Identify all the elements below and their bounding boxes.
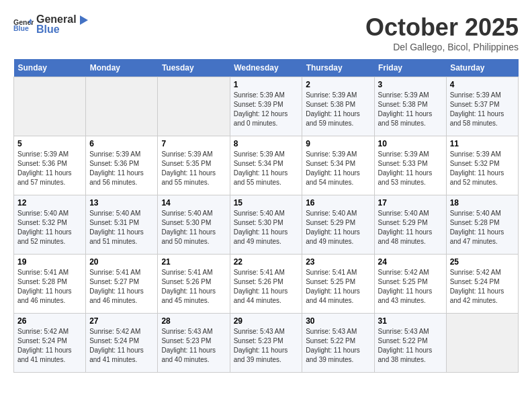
calendar-cell (14, 77, 86, 136)
day-number: 16 (306, 198, 370, 208)
day-number: 31 (378, 316, 443, 326)
title-area: October 2025 Del Gallego, Bicol, Philipp… (365, 13, 519, 52)
cell-details: Sunrise: 5:42 AMSunset: 5:25 PMDaylight:… (378, 268, 443, 306)
calendar-table: SundayMondayTuesdayWednesdayThursdayFrid… (13, 59, 519, 373)
logo-triangle-icon (77, 14, 89, 26)
day-number: 24 (378, 257, 443, 267)
cell-details: Sunrise: 5:39 AMSunset: 5:38 PMDaylight:… (378, 91, 443, 128)
calendar-cell: 9Sunrise: 5:39 AMSunset: 5:34 PMDaylight… (302, 136, 374, 195)
cell-details: Sunrise: 5:41 AMSunset: 5:26 PMDaylight:… (161, 268, 226, 306)
calendar-cell: 1Sunrise: 5:39 AMSunset: 5:39 PMDaylight… (230, 77, 302, 136)
cell-details: Sunrise: 5:40 AMSunset: 5:30 PMDaylight:… (161, 209, 226, 246)
day-number: 27 (89, 316, 154, 326)
cell-details: Sunrise: 5:40 AMSunset: 5:30 PMDaylight:… (234, 209, 299, 246)
day-number: 19 (17, 257, 82, 267)
day-number: 8 (234, 139, 299, 148)
calendar-cell (158, 77, 230, 136)
cell-details: Sunrise: 5:43 AMSunset: 5:23 PMDaylight:… (234, 327, 299, 365)
cell-details: Sunrise: 5:43 AMSunset: 5:22 PMDaylight:… (378, 327, 443, 365)
calendar-cell: 30Sunrise: 5:43 AMSunset: 5:22 PMDayligh… (302, 314, 374, 373)
day-number: 26 (17, 316, 82, 326)
cell-details: Sunrise: 5:39 AMSunset: 5:34 PMDaylight:… (306, 150, 370, 187)
month-title: October 2025 (365, 13, 519, 42)
calendar-cell: 15Sunrise: 5:40 AMSunset: 5:30 PMDayligh… (230, 195, 302, 255)
header-day-tuesday: Tuesday (158, 59, 230, 77)
cell-details: Sunrise: 5:42 AMSunset: 5:24 PMDaylight:… (17, 327, 82, 365)
cell-details: Sunrise: 5:39 AMSunset: 5:33 PMDaylight:… (378, 150, 443, 187)
day-number: 25 (450, 257, 515, 267)
calendar-cell: 3Sunrise: 5:39 AMSunset: 5:38 PMDaylight… (374, 77, 446, 136)
day-number: 6 (89, 139, 154, 148)
cell-details: Sunrise: 5:43 AMSunset: 5:23 PMDaylight:… (161, 327, 226, 365)
cell-details: Sunrise: 5:39 AMSunset: 5:38 PMDaylight:… (306, 91, 370, 128)
cell-details: Sunrise: 5:43 AMSunset: 5:22 PMDaylight:… (306, 327, 370, 365)
header-day-saturday: Saturday (446, 59, 518, 77)
cell-details: Sunrise: 5:42 AMSunset: 5:24 PMDaylight:… (89, 327, 154, 365)
day-number: 17 (378, 198, 443, 208)
calendar-cell: 4Sunrise: 5:39 AMSunset: 5:37 PMDaylight… (446, 77, 518, 136)
calendar-cell: 10Sunrise: 5:39 AMSunset: 5:33 PMDayligh… (374, 136, 446, 195)
location: Del Gallego, Bicol, Philippines (365, 42, 519, 52)
cell-details: Sunrise: 5:40 AMSunset: 5:31 PMDaylight:… (89, 209, 154, 246)
calendar-cell: 2Sunrise: 5:39 AMSunset: 5:38 PMDaylight… (302, 77, 374, 136)
calendar-cell: 25Sunrise: 5:42 AMSunset: 5:24 PMDayligh… (446, 255, 518, 314)
day-number: 5 (17, 139, 82, 148)
calendar-week-row: 12Sunrise: 5:40 AMSunset: 5:32 PMDayligh… (14, 195, 519, 255)
header-day-sunday: Sunday (14, 59, 86, 77)
day-number: 21 (161, 257, 226, 267)
calendar-body: 1Sunrise: 5:39 AMSunset: 5:39 PMDaylight… (14, 77, 519, 373)
day-number: 14 (161, 198, 226, 208)
day-number: 29 (234, 316, 299, 326)
cell-details: Sunrise: 5:39 AMSunset: 5:32 PMDaylight:… (450, 150, 515, 187)
day-number: 20 (89, 257, 154, 267)
cell-details: Sunrise: 5:42 AMSunset: 5:24 PMDaylight:… (450, 268, 515, 306)
cell-details: Sunrise: 5:39 AMSunset: 5:37 PMDaylight:… (450, 91, 515, 128)
day-number: 9 (306, 139, 370, 148)
day-number: 4 (450, 80, 515, 89)
day-number: 30 (306, 316, 370, 326)
calendar-cell: 23Sunrise: 5:41 AMSunset: 5:25 PMDayligh… (302, 255, 374, 314)
calendar-week-row: 5Sunrise: 5:39 AMSunset: 5:36 PMDaylight… (14, 136, 519, 195)
svg-marker-3 (80, 15, 88, 25)
calendar-cell: 19Sunrise: 5:41 AMSunset: 5:28 PMDayligh… (14, 255, 86, 314)
calendar-week-row: 19Sunrise: 5:41 AMSunset: 5:28 PMDayligh… (14, 255, 519, 314)
cell-details: Sunrise: 5:39 AMSunset: 5:35 PMDaylight:… (161, 150, 226, 187)
calendar-cell (446, 314, 518, 373)
logo-icon: General Blue (13, 17, 34, 33)
calendar-cell: 22Sunrise: 5:41 AMSunset: 5:26 PMDayligh… (230, 255, 302, 314)
day-number: 11 (450, 139, 515, 148)
calendar-cell (86, 77, 158, 136)
cell-details: Sunrise: 5:41 AMSunset: 5:25 PMDaylight:… (306, 268, 370, 306)
calendar-cell: 6Sunrise: 5:39 AMSunset: 5:36 PMDaylight… (86, 136, 158, 195)
cell-details: Sunrise: 5:39 AMSunset: 5:34 PMDaylight:… (234, 150, 299, 187)
calendar-cell: 28Sunrise: 5:43 AMSunset: 5:23 PMDayligh… (158, 314, 230, 373)
day-number: 13 (89, 198, 154, 208)
header-day-thursday: Thursday (302, 59, 374, 77)
calendar-cell: 31Sunrise: 5:43 AMSunset: 5:22 PMDayligh… (374, 314, 446, 373)
day-number: 23 (306, 257, 370, 267)
cell-details: Sunrise: 5:41 AMSunset: 5:28 PMDaylight:… (17, 268, 82, 306)
cell-details: Sunrise: 5:41 AMSunset: 5:27 PMDaylight:… (89, 268, 154, 306)
calendar-cell: 14Sunrise: 5:40 AMSunset: 5:30 PMDayligh… (158, 195, 230, 255)
cell-details: Sunrise: 5:39 AMSunset: 5:36 PMDaylight:… (89, 150, 154, 187)
calendar-cell: 20Sunrise: 5:41 AMSunset: 5:27 PMDayligh… (86, 255, 158, 314)
day-number: 18 (450, 198, 515, 208)
cell-details: Sunrise: 5:40 AMSunset: 5:28 PMDaylight:… (450, 209, 515, 246)
calendar-cell: 29Sunrise: 5:43 AMSunset: 5:23 PMDayligh… (230, 314, 302, 373)
calendar-cell: 7Sunrise: 5:39 AMSunset: 5:35 PMDaylight… (158, 136, 230, 195)
header: General Blue General Blue October 2025 D… (13, 13, 519, 52)
day-number: 3 (378, 80, 443, 89)
header-day-friday: Friday (374, 59, 446, 77)
cell-details: Sunrise: 5:39 AMSunset: 5:39 PMDaylight:… (234, 91, 299, 128)
day-number: 15 (234, 198, 299, 208)
day-number: 7 (161, 139, 226, 148)
calendar-cell: 13Sunrise: 5:40 AMSunset: 5:31 PMDayligh… (86, 195, 158, 255)
day-number: 1 (234, 80, 299, 89)
calendar-cell: 26Sunrise: 5:42 AMSunset: 5:24 PMDayligh… (14, 314, 86, 373)
day-number: 2 (306, 80, 370, 89)
calendar-cell: 12Sunrise: 5:40 AMSunset: 5:32 PMDayligh… (14, 195, 86, 255)
calendar-cell: 21Sunrise: 5:41 AMSunset: 5:26 PMDayligh… (158, 255, 230, 314)
calendar-cell: 5Sunrise: 5:39 AMSunset: 5:36 PMDaylight… (14, 136, 86, 195)
calendar-cell: 17Sunrise: 5:40 AMSunset: 5:29 PMDayligh… (374, 195, 446, 255)
day-number: 28 (161, 316, 226, 326)
